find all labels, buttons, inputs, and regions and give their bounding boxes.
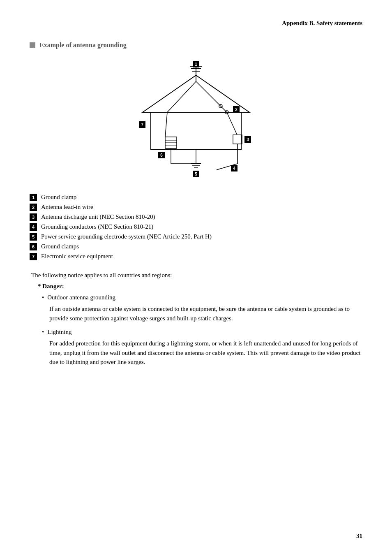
page-number: 31 bbox=[356, 533, 362, 540]
svg-text:7: 7 bbox=[141, 123, 143, 127]
svg-line-35 bbox=[167, 81, 196, 112]
section-square-icon bbox=[30, 42, 35, 48]
legend-label-6: Ground clamps bbox=[41, 243, 79, 250]
legend-badge-7: 7 bbox=[30, 253, 37, 260]
section-title-text: Example of antenna grounding bbox=[39, 42, 127, 49]
legend-item-5: 5 Power service grounding electrode syst… bbox=[30, 233, 362, 241]
bullet-dot-2: • bbox=[42, 328, 44, 336]
bullet-dot-1: • bbox=[42, 293, 44, 302]
svg-line-36 bbox=[165, 112, 167, 137]
legend-item-7: 7 Electronic service equipment bbox=[30, 253, 362, 260]
legend-badge-1: 1 bbox=[30, 194, 37, 201]
bullet-body-1: If an outside antenna or cable system is… bbox=[49, 304, 362, 323]
danger-label-text: Danger: bbox=[42, 283, 64, 290]
svg-text:6: 6 bbox=[160, 153, 163, 158]
svg-text:4: 4 bbox=[233, 166, 235, 171]
page-header: Appendix B. Safety statements bbox=[30, 20, 362, 27]
svg-text:3: 3 bbox=[247, 137, 249, 142]
legend-badge-3: 3 bbox=[30, 213, 37, 221]
legend-label-1: Ground clamp bbox=[41, 194, 76, 201]
bullet-title-2: Lightning bbox=[47, 328, 71, 336]
legend-item-3: 3 Antenna discharge unit (NEC Section 81… bbox=[30, 213, 362, 221]
bullet-item-2: • Lightning bbox=[42, 328, 362, 336]
legend-label-2: Antenna lead-in wire bbox=[41, 204, 93, 211]
notice-intro: The following notice applies to all coun… bbox=[31, 272, 362, 279]
bullet-body-2: For added protection for this equipment … bbox=[49, 339, 362, 367]
legend-label-4: Grounding conductors (NEC Section 810-21… bbox=[41, 223, 153, 230]
legend-badge-2: 2 bbox=[30, 204, 37, 211]
section-heading: Example of antenna grounding bbox=[30, 42, 362, 49]
header-title: Appendix B. Safety statements bbox=[282, 20, 362, 26]
legend-badge-6: 6 bbox=[30, 243, 37, 250]
diagram-container: 1 2 3 4 bbox=[30, 59, 362, 182]
bullet-section: • Outdoor antenna grounding If an outsid… bbox=[42, 293, 362, 367]
svg-rect-1 bbox=[151, 112, 241, 149]
legend-list: 1 Ground clamp 2 Antenna lead-in wire 3 … bbox=[30, 194, 362, 260]
svg-line-13 bbox=[227, 112, 237, 135]
legend-badge-4: 4 bbox=[30, 223, 37, 231]
svg-text:5: 5 bbox=[195, 172, 197, 176]
legend-item-6: 6 Ground clamps bbox=[30, 243, 362, 250]
legend-label-7: Electronic service equipment bbox=[41, 253, 113, 260]
svg-text:2: 2 bbox=[235, 107, 238, 112]
svg-rect-14 bbox=[233, 135, 242, 144]
bullet-title-1: Outdoor antenna grounding bbox=[47, 293, 115, 302]
legend-badge-5: 5 bbox=[30, 233, 37, 241]
notice-section: The following notice applies to all coun… bbox=[30, 272, 362, 367]
legend-item-1: 1 Ground clamp bbox=[30, 194, 362, 201]
legend-item-4: 4 Grounding conductors (NEC Section 810-… bbox=[30, 223, 362, 231]
bullet-item-1: • Outdoor antenna grounding bbox=[42, 293, 362, 302]
danger-prefix: * bbox=[38, 283, 42, 290]
legend-item-2: 2 Antenna lead-in wire bbox=[30, 204, 362, 211]
danger-label: * Danger: bbox=[38, 283, 362, 290]
legend-label-3: Antenna discharge unit (NEC Section 810-… bbox=[41, 213, 155, 220]
antenna-grounding-diagram: 1 2 3 4 bbox=[101, 59, 291, 182]
legend-label-5: Power service grounding electrode system… bbox=[41, 233, 212, 240]
page: Appendix B. Safety statements Example of… bbox=[0, 0, 392, 556]
danger-section: * Danger: • Outdoor antenna grounding If… bbox=[38, 283, 362, 367]
svg-text:1: 1 bbox=[195, 62, 197, 67]
